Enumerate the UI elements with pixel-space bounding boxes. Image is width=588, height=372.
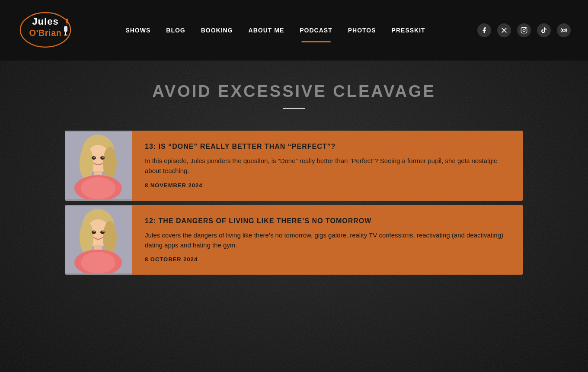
nav-podcast[interactable]: PODCAST [292,22,340,38]
card-image-12 [65,205,132,275]
nav-shows[interactable]: SHOWS [118,22,158,38]
card-content-12: 12: THE DANGERS OF LIVING LIKE THERE’S N… [132,205,523,275]
svg-rect-2 [66,19,68,23]
page-title-section: AVOID EXCESSIVE CLEAVAGE [0,82,588,109]
podcast-icon[interactable] [557,23,571,37]
card-date-13: 8 NOVEMBER 2024 [145,182,510,189]
title-divider [283,108,305,109]
twitter-icon[interactable] [497,23,511,37]
podcast-cards-container: 13: IS “DONE” REALLY BETTER THAN “PERFEC… [35,131,553,275]
svg-point-9 [523,29,525,31]
card-title-13: 13: IS “DONE” REALLY BETTER THAN “PERFEC… [145,143,510,151]
main-content: AVOID EXCESSIVE CLEAVAGE [0,61,588,288]
card-content-13: 13: IS “DONE” REALLY BETTER THAN “PERFEC… [132,131,523,201]
svg-point-17 [103,147,117,180]
svg-point-23 [93,157,95,158]
svg-point-29 [103,221,117,254]
card-image-13 [65,131,132,201]
svg-point-28 [80,221,93,254]
svg-point-20 [81,177,115,199]
svg-rect-5 [64,26,67,32]
tiktok-icon[interactable] [537,23,551,37]
card-description-12: Jules covers the dangers of living like … [145,230,510,250]
podcast-card-13[interactable]: 13: IS “DONE” REALLY BETTER THAN “PERFEC… [65,131,523,201]
podcast-card-12[interactable]: 12: THE DANGERS OF LIVING LIKE THERE’S N… [65,205,523,275]
social-icons-group [477,23,571,37]
svg-point-33 [92,231,96,234]
card-description-13: In this episode, Jules ponders the quest… [145,156,510,176]
page-title: AVOID EXCESSIVE CLEAVAGE [0,82,588,101]
svg-point-24 [102,157,104,158]
instagram-icon[interactable] [517,23,531,37]
nav-presskit[interactable]: PRESSKIT [384,22,433,38]
site-header: Jules O'Brian SHOWS BLOG BOOKING ABOUT M… [0,0,588,61]
svg-point-21 [92,156,96,160]
facebook-icon[interactable] [477,23,491,37]
card-title-12: 12: THE DANGERS OF LIVING LIKE THERE’S N… [145,217,510,225]
svg-point-10 [525,28,526,29]
svg-rect-8 [521,27,527,33]
svg-point-35 [93,231,95,232]
logo[interactable]: Jules O'Brian [17,11,74,50]
nav-booking[interactable]: BOOKING [193,22,241,38]
svg-point-32 [81,252,115,273]
svg-point-22 [100,156,105,160]
svg-point-11 [562,29,565,31]
main-nav: SHOWS BLOG BOOKING ABOUT ME PODCAST PHOT… [118,22,433,38]
nav-about-me[interactable]: ABOUT ME [241,22,292,38]
svg-point-16 [80,147,93,180]
svg-point-36 [102,231,104,232]
svg-text:Jules: Jules [32,16,58,27]
svg-text:O'Brian: O'Brian [29,28,62,38]
card-date-12: 8 OCTOBER 2024 [145,256,510,263]
nav-photos[interactable]: PHOTOS [340,22,384,38]
svg-point-34 [100,231,105,234]
nav-blog[interactable]: BLOG [158,22,193,38]
